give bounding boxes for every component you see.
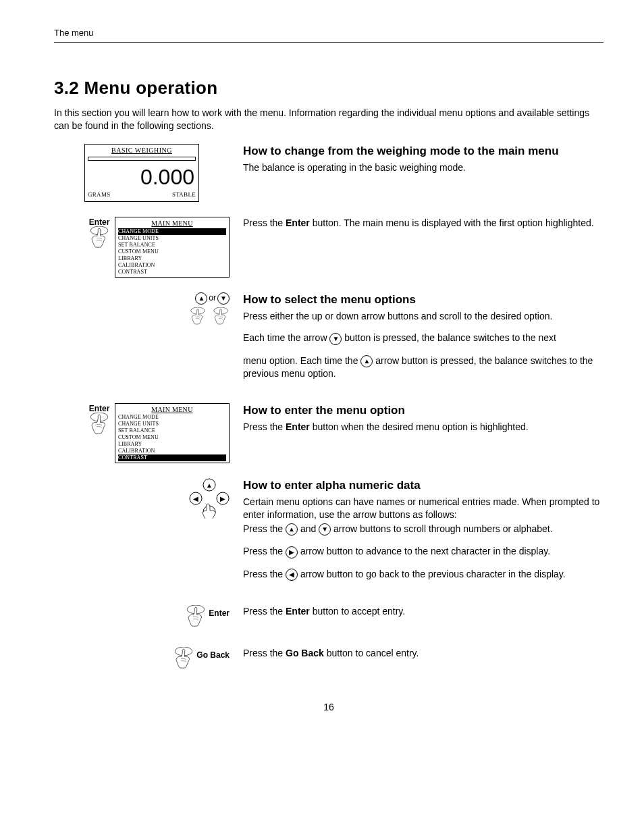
enter-button-hand: Enter	[88, 403, 111, 440]
menu-title: MAIN MENU	[118, 219, 226, 228]
arrow-down-icon: ▼	[217, 292, 230, 305]
text: Press the	[243, 606, 286, 617]
lcd-progress-bar	[88, 157, 196, 161]
sec2-p2: Each time the arrow ▼ button is pressed,…	[243, 332, 603, 344]
menu-item: CUSTOM MENU	[118, 434, 226, 441]
sec4-p1: Certain menu options can have names or n…	[243, 496, 603, 521]
enter-button-hand: Enter	[88, 217, 111, 253]
text: arrow button to go back to the previous …	[298, 569, 566, 579]
hand-icon	[88, 226, 111, 253]
menu-item: CHANGE UNITS	[118, 235, 226, 242]
text: arrow buttons to scroll through numbers …	[331, 523, 552, 534]
text: Press the	[243, 421, 286, 432]
sec3-heading: How to enter the menu option	[243, 403, 603, 419]
hand-icon	[212, 307, 230, 329]
goback-text: Go Back	[286, 648, 324, 658]
section-title: 3.2 Menu operation	[54, 76, 603, 100]
menu-item: CALIBRATION	[118, 262, 226, 269]
lcd-status: STABLE	[172, 190, 196, 199]
sec4-p5: Press the Enter button to accept entry.	[243, 605, 603, 618]
text: menu option. Each time the	[243, 355, 360, 366]
hand-icon	[189, 307, 207, 329]
text: button to accept entry.	[310, 606, 405, 617]
sec4-p3: Press the ▶ arrow button to advance to t…	[243, 545, 603, 558]
sec2-p1: Press either the up or down arrow button…	[243, 310, 603, 323]
arrow-up-icon: ▲	[286, 523, 298, 536]
lcd-unit: GRAMS	[88, 190, 111, 199]
arrow-right-icon: ▶	[286, 546, 298, 558]
menu-item: LIBRARY	[118, 441, 226, 448]
arrow-up-down-or: ▲ or ▼	[195, 292, 230, 305]
arrow-up-icon: ▲	[195, 292, 207, 305]
text: Press the	[243, 523, 286, 534]
hand-icon	[88, 413, 111, 440]
menu-item: CHANGE MODE	[118, 228, 226, 235]
text: and	[298, 523, 319, 534]
text: Press the	[243, 546, 286, 556]
text: Press the	[243, 569, 286, 579]
arrow-left-icon: ◀	[286, 569, 298, 581]
arrow-down-icon: ▼	[329, 333, 342, 345]
lcd-basic-weighing: BASIC WEIGHING 0.000 GRAMS STABLE	[84, 144, 199, 202]
text: Press the	[243, 217, 286, 228]
lcd-value: 0.000	[88, 166, 196, 188]
text: button. The main menu is displayed with …	[310, 217, 594, 228]
menu-item: CHANGE MODE	[118, 414, 226, 421]
menu-item: CUSTOM MENU	[118, 249, 226, 255]
text: button to cancel entry.	[324, 648, 419, 658]
dpad-icon	[189, 478, 230, 519]
menu-item: SET BALANCE	[118, 427, 226, 434]
hand-icon	[184, 605, 207, 632]
menu-item: LIBRARY	[118, 255, 226, 262]
sec4-p2: Press the ▲ and ▼ arrow buttons to scrol…	[243, 523, 603, 536]
menu-title: MAIN MENU	[118, 405, 226, 415]
sec3-p1: Press the Enter button when the desired …	[243, 421, 603, 434]
enter-text: Enter	[286, 217, 310, 228]
sec1-p1: The balance is operating in the basic we…	[243, 161, 603, 174]
lcd-main-menu-2: MAIN MENU CHANGE MODE CHANGE UNITS SET B…	[115, 403, 230, 464]
intro-text: In this section you will learn how to wo…	[54, 107, 603, 132]
sec1-heading: How to change from the weighing mode to …	[243, 144, 603, 159]
menu-item: CONTRAST	[118, 269, 226, 276]
text: button is pressed, the balance switches …	[342, 332, 556, 343]
page-number: 16	[54, 701, 603, 714]
sec1-p2: Press the Enter button. The main menu is…	[243, 217, 603, 230]
or-text: or	[209, 292, 216, 303]
goback-label: Go Back	[196, 650, 230, 660]
enter-text: Enter	[286, 606, 310, 617]
lcd-title: BASIC WEIGHING	[88, 146, 196, 155]
sec4-p4: Press the ◀ arrow button to go back to t…	[243, 568, 603, 581]
menu-item: CALIBRATION	[118, 448, 226, 454]
sec2-p3: menu option. Each time the ▲ arrow butto…	[243, 355, 603, 380]
goback-button-hand: Go Back	[172, 647, 230, 674]
text: Each time the arrow	[243, 332, 329, 343]
text: button when the desired menu option is h…	[310, 421, 529, 432]
enter-label: Enter	[209, 608, 230, 619]
hand-icon	[172, 647, 195, 674]
arrow-up-icon: ▲	[360, 355, 373, 367]
enter-button-hand: Enter	[184, 605, 230, 632]
menu-item: CHANGE UNITS	[118, 421, 226, 427]
sec2-heading: How to select the menu options	[243, 292, 603, 308]
menu-item: SET BALANCE	[118, 242, 226, 249]
text: Press the	[243, 648, 286, 658]
arrow-down-icon: ▼	[319, 523, 331, 536]
enter-text: Enter	[286, 421, 310, 432]
page-header: The menu	[54, 27, 603, 43]
text: arrow button to advance to the next char…	[298, 546, 550, 556]
sec4-p6: Press the Go Back button to cancel entry…	[243, 647, 603, 660]
menu-item: CONTRAST	[118, 454, 226, 461]
lcd-main-menu-1: MAIN MENU CHANGE MODE CHANGE UNITS SET B…	[115, 217, 230, 278]
sec4-heading: How to enter alpha numeric data	[243, 478, 603, 494]
